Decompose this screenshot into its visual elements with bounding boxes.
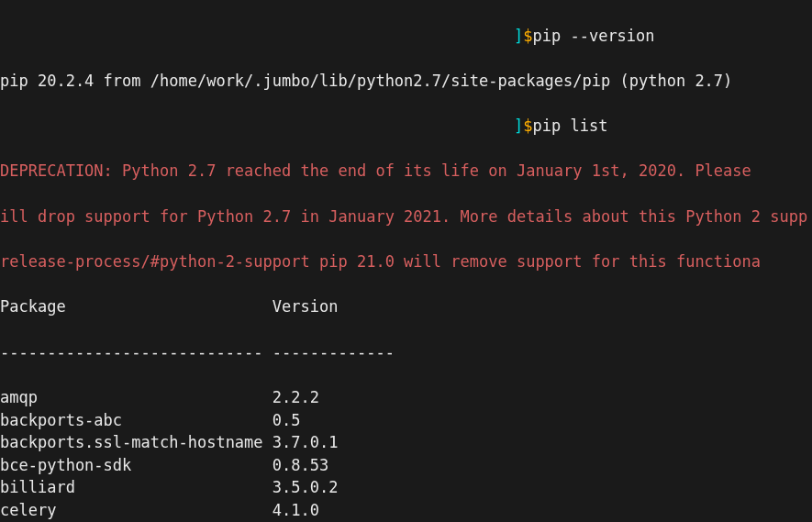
table-divider: ---------------------------- -----------…: [0, 341, 812, 364]
package-version: 3.5.0.2: [273, 478, 339, 496]
package-row: celery 4.1.0: [0, 499, 812, 522]
command-pip-list: pip list: [533, 117, 608, 135]
package-name: bce-python-sdk: [0, 456, 131, 474]
package-row: bce-python-sdk 0.8.53: [0, 454, 812, 477]
package-name: backports-abc: [0, 411, 122, 429]
deprecation-line-2: ill drop support for Python 2.7 in Janua…: [0, 205, 812, 228]
package-row: amqp 2.2.2: [0, 386, 812, 409]
prompt-bracket: ]: [514, 117, 523, 135]
package-version: 0.5: [273, 411, 301, 429]
command-pip-version: pip --version: [533, 27, 655, 45]
package-row: backports-abc 0.5: [0, 409, 812, 432]
pip-version-output: pip 20.2.4 from /home/work/.jumbo/lib/py…: [0, 70, 812, 93]
package-version: 3.7.0.1: [273, 433, 339, 451]
package-version: 2.2.2: [273, 388, 319, 406]
deprecation-line-1: DEPRECATION: Python 2.7 reached the end …: [0, 160, 812, 183]
table-header: Package Version: [0, 295, 812, 318]
package-version: 0.8.53: [273, 456, 328, 474]
package-name: backports.ssl-match-hostname: [0, 433, 263, 451]
prompt-bracket: ]: [514, 27, 523, 45]
prompt-dollar: $: [523, 27, 532, 45]
prompt-dollar: $: [523, 117, 532, 135]
package-name: celery: [0, 501, 56, 519]
package-row: billiard 3.5.0.2: [0, 476, 812, 499]
package-version: 4.1.0: [273, 501, 319, 519]
package-name: billiard: [0, 478, 75, 496]
package-list: amqp 2.2.2backports-abc 0.5backports.ssl…: [0, 386, 812, 522]
package-name: amqp: [0, 388, 38, 406]
terminal-output[interactable]: ]$pip --version pip 20.2.4 from /home/wo…: [0, 2, 812, 522]
package-row: backports.ssl-match-hostname 3.7.0.1: [0, 431, 812, 454]
header-version: Version: [273, 297, 339, 316]
deprecation-line-3: release-process/#python-2-support pip 21…: [0, 250, 812, 273]
prompt-line-1: ]$pip --version: [0, 25, 812, 48]
prompt-line-2: ]$pip list: [0, 115, 812, 138]
header-package: Package: [0, 297, 66, 316]
